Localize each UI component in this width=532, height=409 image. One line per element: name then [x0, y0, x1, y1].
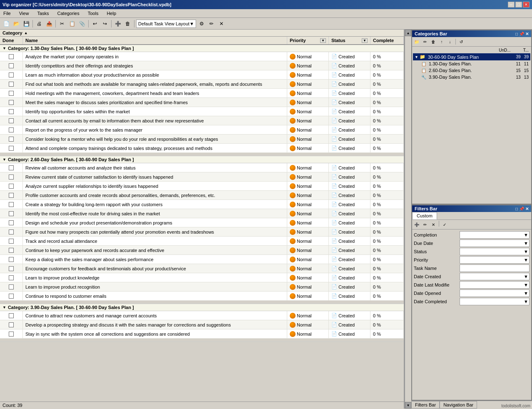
cat-move-up-button[interactable]: ↑ [438, 38, 445, 45]
dropdown-arrow-icon[interactable]: ▼ [524, 299, 528, 304]
task-checkbox[interactable] [9, 220, 14, 225]
task-checkbox[interactable] [9, 322, 14, 327]
dropdown-arrow-icon[interactable]: ▼ [524, 257, 528, 262]
dropdown-arrow-icon[interactable]: ▼ [524, 232, 528, 237]
task-checkbox[interactable] [9, 146, 14, 151]
task-checkbox[interactable] [9, 332, 14, 337]
menu-view[interactable]: View [17, 10, 31, 17]
cat-add-button[interactable]: 📁 [413, 38, 420, 45]
expand-icon[interactable]: ▼ [2, 305, 6, 309]
delete-button[interactable]: 🗑 [123, 19, 132, 28]
task-checkbox[interactable] [9, 127, 14, 132]
cat-tree-item[interactable]: 🔧 3.90-Day Sales Plan. 13 13 [413, 74, 530, 80]
col-header-done[interactable]: Done [0, 37, 23, 44]
filter-delete-button[interactable]: ✕ [430, 221, 437, 228]
dropdown-arrow-icon[interactable]: ▼ [524, 274, 528, 279]
new-button[interactable]: 📄 [2, 19, 11, 28]
dropdown-arrow-icon[interactable]: ▼ [524, 282, 528, 287]
cat-edit-button[interactable]: ✏ [421, 38, 429, 45]
cut-button[interactable]: ✂ [57, 19, 67, 28]
task-checkbox[interactable] [9, 175, 14, 180]
task-checkbox[interactable] [9, 313, 14, 318]
task-checkbox[interactable] [9, 211, 14, 216]
filter-text-input[interactable] [460, 264, 530, 272]
settings-button[interactable]: ✏ [207, 19, 216, 28]
task-checkbox[interactable] [9, 82, 14, 87]
col-header-priority[interactable]: Priority ▼ [287, 37, 329, 44]
dropdown-arrow-icon[interactable]: ▼ [524, 249, 528, 254]
filter-dropdown[interactable]: ▼ [460, 273, 530, 280]
task-checkbox[interactable] [9, 202, 14, 207]
delete-layout-button[interactable]: ✕ [217, 19, 226, 28]
task-checkbox[interactable] [9, 184, 14, 189]
task-checkbox[interactable] [9, 248, 14, 253]
layout-dropdown[interactable]: Default Task View Layout ▼ [136, 20, 196, 28]
task-checkbox[interactable] [9, 294, 14, 299]
add-task-button[interactable]: ➕ [113, 19, 122, 28]
filter-dropdown[interactable]: ▼ [460, 239, 530, 247]
expand-icon[interactable]: ▼ [2, 46, 6, 50]
categories-bar-controls[interactable]: □ 📌 ✕ [515, 32, 529, 36]
task-checkbox[interactable] [9, 72, 14, 77]
filter-dropdown[interactable]: ▼ [460, 281, 530, 289]
filter-dropdown[interactable]: ▼ [460, 231, 530, 239]
menu-tools[interactable]: Tools [86, 10, 100, 17]
task-checkbox[interactable] [9, 63, 14, 68]
task-checkbox[interactable] [9, 165, 14, 170]
filter-dropdown[interactable]: ▼ [460, 298, 530, 305]
expand-icon[interactable]: ▼ [2, 157, 6, 162]
task-checkbox[interactable] [9, 137, 14, 142]
cat-bar-restore-icon[interactable]: □ [515, 32, 518, 36]
dropdown-arrow-icon[interactable]: ▼ [524, 291, 528, 296]
right-tab-filters[interactable]: Filters Bar [411, 401, 440, 409]
close-button[interactable]: ✕ [523, 2, 530, 7]
filters-bar-controls[interactable]: □ 📌 ✕ [515, 207, 529, 211]
export-button[interactable]: 📤 [45, 19, 54, 28]
minimize-button[interactable]: ─ [508, 2, 515, 7]
task-checkbox[interactable] [9, 284, 14, 289]
cat-expand-icon[interactable]: ▼ [415, 55, 418, 59]
task-checkbox[interactable] [9, 91, 14, 96]
task-checkbox[interactable] [9, 239, 14, 244]
redo-button[interactable]: ↪ [100, 19, 109, 28]
cat-bar-close-icon[interactable]: ✕ [525, 32, 529, 36]
menu-categories[interactable]: Categories [56, 10, 81, 17]
status-filter-icon[interactable]: ▼ [362, 38, 368, 43]
cat-tree-item[interactable]: 📋 1.30-Day Sales Plan. 11 11 [413, 60, 530, 67]
menu-tasks[interactable]: Tasks [35, 10, 50, 17]
paste-button[interactable]: 📎 [77, 19, 87, 28]
cat-refresh-button[interactable]: ↺ [457, 38, 465, 45]
priority-filter-icon[interactable]: ▼ [320, 38, 326, 43]
filter-dropdown[interactable]: ▼ [460, 256, 530, 264]
filter-dropdown[interactable]: ▼ [460, 289, 530, 297]
task-list[interactable]: ▼ Category: 1.30-Day Sales Plan. [ 30-60… [0, 45, 404, 402]
cat-bar-pin-icon[interactable]: 📌 [519, 32, 524, 36]
task-checkbox[interactable] [9, 54, 14, 59]
cat-delete-button[interactable]: 🗑 [430, 38, 437, 45]
cat-move-down-button[interactable]: ↓ [446, 38, 454, 45]
save-button[interactable]: 💾 [22, 19, 31, 28]
filter-bar-restore-icon[interactable]: □ [515, 207, 518, 211]
filter-bar-pin-icon[interactable]: 📌 [519, 207, 524, 211]
filter-bar-close-icon[interactable]: ✕ [525, 207, 529, 211]
vertical-scrollbar[interactable]: ▲ ▼ [405, 30, 411, 409]
apply-layout-button[interactable]: ⚙ [197, 19, 206, 28]
menu-help[interactable]: Help [105, 10, 118, 17]
open-button[interactable]: 📂 [12, 19, 21, 28]
task-checkbox[interactable] [9, 229, 14, 234]
filter-edit-button[interactable]: ✏ [421, 221, 429, 228]
right-tab-navigation[interactable]: Navigation Bar [440, 401, 477, 409]
col-header-status[interactable]: Status ▼ [329, 37, 370, 44]
menu-file[interactable]: File [2, 10, 12, 17]
task-checkbox[interactable] [9, 109, 14, 114]
task-checkbox[interactable] [9, 257, 14, 262]
col-header-name[interactable]: Name [23, 37, 287, 44]
task-checkbox[interactable] [9, 275, 14, 280]
cat-tree-item[interactable]: 📋 2.60-Day Sales Plan. 15 15 [413, 67, 530, 74]
filter-tab-custom[interactable]: Custom [412, 212, 437, 219]
copy-button[interactable]: 📋 [67, 19, 77, 28]
undo-button[interactable]: ↩ [90, 19, 99, 28]
dropdown-arrow-icon[interactable]: ▼ [524, 241, 528, 246]
print-button[interactable]: 🖨 [35, 19, 44, 28]
col-header-complete[interactable]: Complete [370, 37, 404, 44]
